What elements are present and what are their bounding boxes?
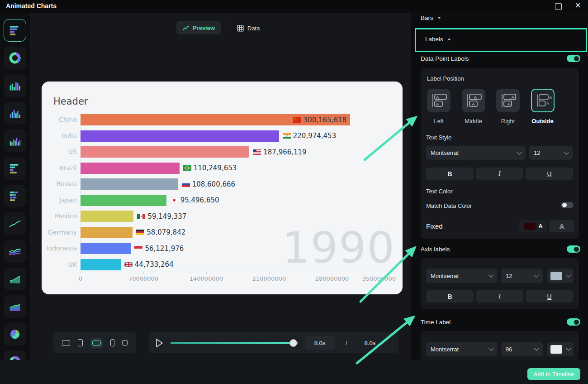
current-time-box: 8.0s: [305, 336, 335, 350]
sidebar-chart-type-columns-a[interactable]: [4, 74, 26, 97]
bar-indonesia: [81, 243, 131, 254]
font-size-value: 12: [534, 149, 540, 156]
time-label-toggle[interactable]: [567, 318, 580, 326]
chevron-down-icon: [437, 17, 441, 19]
tab-data-label: Data: [247, 25, 260, 32]
section-labels[interactable]: Labels: [425, 36, 451, 43]
sidebar-chart-type-area[interactable]: [4, 268, 26, 290]
value-group-mexico: 59,149,337: [137, 211, 186, 222]
axis-font-value: Montserrat: [431, 273, 459, 279]
label-position-left[interactable]: AA: [427, 89, 450, 112]
tab-data[interactable]: Data: [237, 23, 260, 34]
chart-preview-card: Header China300,165,618India220,974,453U…: [42, 82, 403, 294]
sidebar-chart-type-hbar-stacked[interactable]: [4, 185, 26, 207]
fixed-fill-color-button[interactable]: A: [519, 220, 547, 232]
axis-italic-button[interactable]: I: [476, 290, 523, 302]
label-position-outside[interactable]: AA: [531, 89, 555, 112]
italic-button[interactable]: I: [476, 168, 523, 180]
label-position-middle[interactable]: AA: [462, 89, 485, 112]
add-to-timeline-button[interactable]: Add to Timeline: [527, 368, 580, 380]
axis-bold-button[interactable]: B: [426, 290, 474, 302]
tab-preview-label: Preview: [193, 24, 215, 31]
data-point-labels-toggle[interactable]: [567, 55, 580, 62]
chevron-down-icon: [488, 346, 493, 350]
sidebar-chart-type-columns-c[interactable]: [4, 130, 26, 152]
category-label-indonesia: Indonesia: [42, 245, 77, 252]
axis-underline-button[interactable]: U: [526, 290, 573, 302]
axis-labels-row: Axis labels: [421, 246, 450, 253]
bold-button[interactable]: B: [426, 168, 474, 180]
section-bars[interactable]: Bars: [421, 14, 441, 21]
ratio-tall-icon[interactable]: [110, 339, 114, 346]
axis-font-family-select[interactable]: Montserrat: [426, 269, 498, 283]
tick-label: 0: [79, 275, 82, 282]
flag-icon-id: [134, 246, 142, 251]
playback-slider[interactable]: [171, 339, 298, 347]
fill-color-swatch: [524, 223, 536, 230]
tick-mark: [81, 272, 81, 274]
time-font-size-select[interactable]: 96: [501, 342, 543, 356]
svg-text:A: A: [507, 101, 511, 106]
font-size-select[interactable]: 12: [529, 146, 573, 160]
time-color-select[interactable]: [547, 342, 574, 356]
ratio-portrait-icon[interactable]: [78, 339, 83, 346]
label-position-right[interactable]: AA: [496, 89, 520, 112]
underline-button[interactable]: U: [526, 168, 573, 180]
category-label-us: US: [42, 148, 77, 155]
ratio-square-icon[interactable]: [122, 340, 128, 346]
value-label: 108,600,666: [192, 180, 235, 188]
bar-germany: [81, 227, 133, 238]
slider-track: [171, 342, 298, 344]
total-time: 8.0s: [365, 340, 376, 346]
sidebar-chart-type-columns-b[interactable]: [4, 102, 26, 125]
fill-a-glyph: A: [538, 223, 542, 230]
value-label: 300,165,618: [303, 116, 346, 124]
sidebar-chart-type-line[interactable]: [4, 212, 26, 235]
bar-india: [81, 130, 279, 142]
tick-label: 280000000: [315, 275, 349, 282]
sidebar-chart-type-pie[interactable]: [4, 323, 26, 346]
sidebar-chart-type-stacked-area[interactable]: [4, 295, 26, 318]
axis-color-select[interactable]: [547, 269, 574, 283]
value-group-japan: 95,496,650: [170, 195, 219, 206]
window-title: Animated Charts: [6, 2, 57, 10]
sidebar-chart-type-donut[interactable]: [4, 47, 26, 69]
value-group-germany: 58,079,842: [136, 227, 185, 238]
match-data-color-toggle[interactable]: [561, 202, 574, 208]
aspect-ratio-panel: [53, 332, 136, 353]
time-size-value: 96: [506, 346, 512, 353]
sidebar-chart-type-bar-race[interactable]: [4, 19, 26, 42]
label-position-caption-outside: Outside: [526, 118, 560, 125]
ratio-landscape-icon[interactable]: [62, 340, 70, 346]
value-label: 56,121,976: [145, 245, 184, 253]
settings-panel: Bars Labels Data Point Labels Label Posi…: [411, 13, 588, 360]
tick-mark: [143, 272, 144, 274]
close-button[interactable]: ×: [575, 0, 581, 12]
fixed-color-label: Fixed: [426, 222, 443, 230]
font-family-select[interactable]: Montserrat: [426, 146, 526, 160]
value-group-uk: 44,733,264: [124, 259, 174, 270]
title-bar: Animated Charts ×: [0, 0, 588, 13]
axis-size-value: 12: [506, 273, 512, 279]
svg-text:A: A: [546, 101, 549, 106]
stroke-color-button[interactable]: A: [549, 220, 574, 232]
tab-divider: [229, 24, 229, 32]
axis-font-size-select[interactable]: 12: [501, 269, 543, 283]
sidebar-chart-type-multi-line[interactable]: [4, 240, 26, 263]
value-group-china: 300,165,618: [293, 114, 346, 125]
tab-preview[interactable]: Preview: [176, 21, 221, 34]
slider-thumb[interactable]: [289, 339, 297, 347]
data-point-labels-row: Data Point Labels: [421, 55, 469, 62]
axis-labels-toggle[interactable]: [567, 245, 580, 253]
font-family-value: Montserrat: [431, 149, 459, 156]
time-font-family-select[interactable]: Montserrat: [426, 342, 498, 356]
axis-labels-subpanel: Montserrat 12 B I U: [421, 258, 579, 309]
label-position-caption-middle: Middle: [456, 118, 491, 125]
sidebar-chart-type-hbar[interactable]: [4, 157, 26, 180]
chevron-down-icon: [488, 272, 493, 277]
play-icon[interactable]: [156, 338, 163, 348]
chevron-down-icon: [566, 346, 571, 350]
ratio-wide-selected[interactable]: [90, 338, 103, 348]
flag-icon-us: [253, 149, 261, 155]
maximize-button[interactable]: [555, 3, 562, 10]
